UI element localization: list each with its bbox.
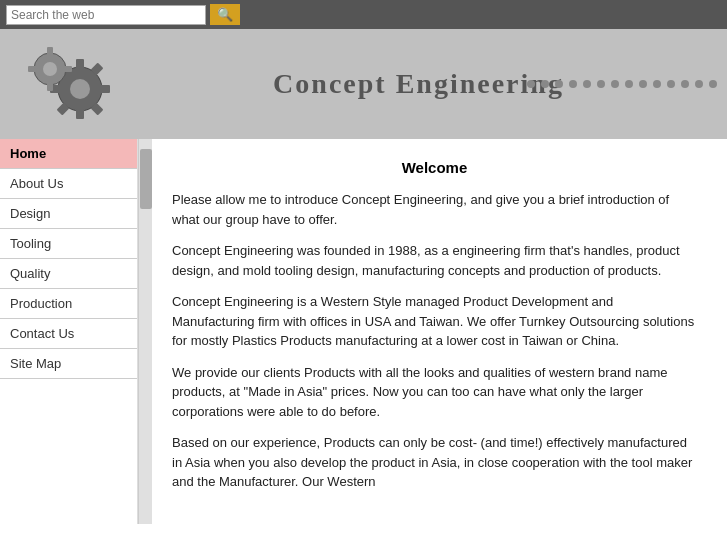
svg-point-11: [43, 62, 57, 76]
search-input[interactable]: [6, 5, 206, 25]
sidebar-item-home[interactable]: Home: [0, 139, 137, 169]
content-para-1: Please allow me to introduce Concept Eng…: [172, 190, 697, 229]
content-heading: Welcome: [172, 159, 697, 176]
svg-rect-2: [76, 59, 84, 69]
svg-rect-12: [47, 47, 53, 55]
svg-point-1: [70, 79, 90, 99]
svg-rect-13: [47, 83, 53, 91]
svg-rect-3: [76, 109, 84, 119]
main-layout: Home About Us Design Tooling Quality Pro…: [0, 139, 727, 524]
sidebar-item-production[interactable]: Production: [0, 289, 137, 319]
svg-rect-15: [28, 66, 36, 72]
sidebar-item-design[interactable]: Design: [0, 199, 137, 229]
header: Concept Engineering: [0, 29, 727, 139]
content-para-3: Concept Engineering is a Western Style m…: [172, 292, 697, 351]
content-para-5: Based on our experience, Products can on…: [172, 433, 697, 492]
sidebar-item-about-us[interactable]: About Us: [0, 169, 137, 199]
search-button[interactable]: 🔍: [210, 4, 240, 25]
svg-rect-4: [100, 85, 110, 93]
sidebar-item-tooling[interactable]: Tooling: [0, 229, 137, 259]
svg-rect-14: [64, 66, 72, 72]
sidebar-item-contact-us[interactable]: Contact Us: [0, 319, 137, 349]
content-wrapper: Welcome Please allow me to introduce Con…: [138, 139, 727, 524]
logo: [20, 34, 130, 134]
main-content: Welcome Please allow me to introduce Con…: [152, 139, 727, 524]
scrollbar-thumb[interactable]: [140, 149, 152, 209]
content-para-4: We provide our clients Products with all…: [172, 363, 697, 422]
search-bar: 🔍: [0, 0, 727, 29]
sidebar-item-site-map[interactable]: Site Map: [0, 349, 137, 379]
scrollbar-track[interactable]: [138, 139, 152, 524]
sidebar-item-quality[interactable]: Quality: [0, 259, 137, 289]
content-para-2: Concept Engineering was founded in 1988,…: [172, 241, 697, 280]
header-dots: [527, 80, 717, 88]
sidebar: Home About Us Design Tooling Quality Pro…: [0, 139, 138, 524]
